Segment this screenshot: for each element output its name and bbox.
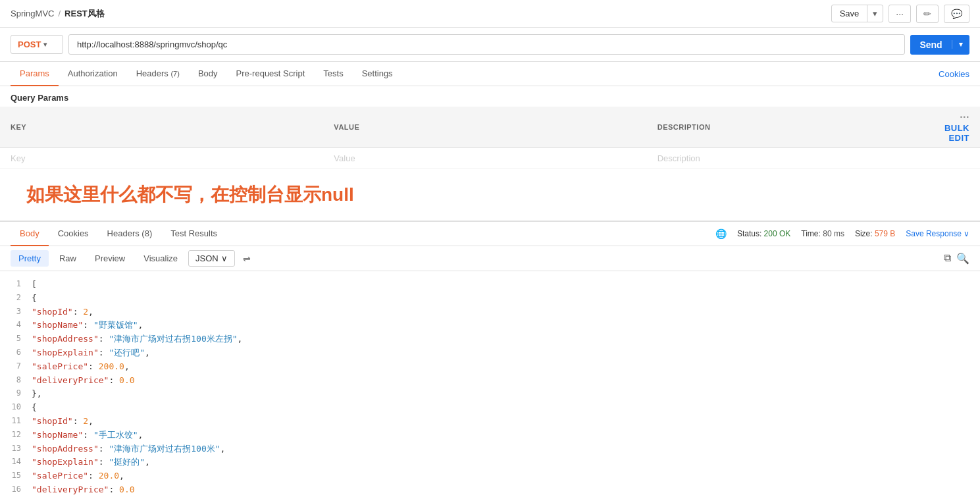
key-cell[interactable]: Key: [0, 148, 323, 169]
json-punctuation: ,: [238, 334, 243, 344]
line-number: 8: [11, 374, 32, 388]
params-table: KEY VALUE DESCRIPTION ··· Bulk Edit Key …: [0, 107, 980, 169]
save-button[interactable]: Save ▾: [831, 5, 884, 22]
value-cell[interactable]: Value: [323, 148, 646, 169]
time-value: 80 ms: [823, 229, 844, 238]
fmt-tab-raw[interactable]: Raw: [51, 250, 84, 267]
resp-tab-test-results[interactable]: Test Results: [161, 222, 226, 246]
line-content: "shopAddress": "津海市广场对过右拐100米",: [32, 442, 969, 456]
resp-tab-body[interactable]: Body: [11, 222, 49, 246]
json-punctuation: ,: [145, 457, 150, 467]
line-number: 12: [11, 429, 32, 442]
line-content: "shopName": "野菜饭馆",: [32, 319, 969, 332]
tab-headers[interactable]: Headers (7): [127, 62, 189, 86]
format-select[interactable]: JSON ∨: [188, 250, 235, 267]
line-number: 11: [11, 415, 32, 429]
fmt-tab-visualize[interactable]: Visualize: [136, 250, 186, 267]
status-label: Status: 200 OK: [737, 229, 790, 238]
json-punctuation: ,: [138, 430, 143, 440]
params-more-icon[interactable]: ···: [960, 111, 969, 122]
response-section: Body Cookies Headers (8) Test Results 🌐 …: [0, 221, 980, 499]
size-value: 579 B: [875, 229, 895, 238]
copy-icon[interactable]: ⧉: [944, 252, 951, 265]
json-key: "shopId": [32, 416, 73, 426]
more-options-button[interactable]: ···: [889, 5, 911, 23]
fmt-tab-pretty[interactable]: Pretty: [11, 250, 49, 267]
fmt-tab-preview[interactable]: Preview: [87, 250, 133, 267]
response-toolbar: Pretty Raw Preview Visualize JSON ∨ ⇌ ⧉ …: [0, 246, 980, 271]
tab-body[interactable]: Body: [189, 62, 227, 86]
time-label: Time: 80 ms: [801, 229, 844, 238]
send-arrow-icon: ▾: [952, 40, 969, 49]
annotation-text: 如果这里什么都不写，在控制台显示null: [0, 169, 980, 221]
code-line: 4 "shopName": "野菜饭馆",: [11, 319, 969, 332]
code-line: 13 "shopAddress": "津海市广场对过右拐100米",: [11, 442, 969, 456]
response-code-block: 1[2 {3 "shopId": 2,4 "shopName": "野菜饭馆",…: [0, 271, 980, 499]
line-content: "shopExplain": "还行吧",: [32, 346, 969, 360]
code-line: 3 "shopId": 2,: [11, 305, 969, 319]
line-number: 3: [11, 305, 32, 319]
json-number-value: 2: [83, 416, 88, 426]
json-key: "deliveryPrice": [32, 375, 109, 385]
json-string-value: "津海市广场对过右拐100米": [109, 444, 220, 454]
format-chevron-icon: ∨: [221, 253, 228, 263]
url-bar: POST ▾ Send ▾: [0, 28, 980, 62]
col-header-desc: DESCRIPTION: [647, 107, 927, 148]
url-input[interactable]: [68, 34, 905, 55]
tab-params[interactable]: Params: [11, 62, 59, 86]
json-punctuation: :: [99, 348, 109, 357]
line-number: 14: [11, 456, 32, 469]
breadcrumb-separator: /: [58, 9, 61, 18]
code-line: 15 "salePrice": 20.0,: [11, 469, 969, 483]
line-content: "shopId": 2,: [32, 305, 969, 319]
query-params-label: Query Params: [0, 86, 980, 107]
line-content: "salePrice": 20.0,: [32, 469, 969, 483]
code-line: 9 },: [11, 387, 969, 401]
line-content: },: [32, 387, 969, 401]
line-content: {: [32, 292, 969, 305]
json-number-value: 0.0: [119, 375, 134, 385]
json-punctuation: ,: [124, 361, 130, 371]
line-number: 5: [11, 332, 32, 346]
json-punctuation: ,: [145, 348, 150, 357]
table-row: Key Value Description: [0, 148, 980, 169]
line-number: 7: [11, 360, 32, 374]
json-punctuation: :: [99, 334, 109, 344]
save-response-button[interactable]: Save Response ∨: [906, 229, 969, 238]
json-punctuation: ,: [88, 307, 93, 317]
col-header-key: KEY: [0, 107, 323, 148]
desc-cell[interactable]: Description: [647, 148, 927, 169]
toolbar-right-actions: ⧉ 🔍: [944, 252, 969, 265]
filter-icon[interactable]: ⇌: [243, 253, 251, 264]
tab-tests[interactable]: Tests: [314, 62, 352, 86]
resp-tab-cookies[interactable]: Cookies: [49, 222, 98, 246]
format-label: JSON: [195, 253, 219, 263]
size-label: Size: 579 B: [855, 229, 895, 238]
save-label: Save: [832, 5, 868, 22]
line-content: [: [32, 278, 969, 292]
send-button[interactable]: Send ▾: [910, 35, 969, 55]
code-line: 2 {: [11, 292, 969, 305]
json-punctuation: :: [73, 416, 84, 426]
cookies-link[interactable]: Cookies: [939, 69, 969, 79]
tab-pre-request-script[interactable]: Pre-request Script: [227, 62, 315, 86]
bulk-edit-button[interactable]: Bulk Edit: [944, 123, 969, 143]
project-name: SpringMVC: [11, 9, 54, 18]
json-string-value: "挺好的": [109, 457, 145, 467]
request-tabs: Params Authorization Headers (7) Body Pr…: [0, 62, 980, 86]
json-punctuation: {: [32, 293, 37, 303]
json-punctuation: :: [109, 375, 119, 385]
request-name: REST风格: [64, 8, 105, 20]
method-select[interactable]: POST ▾: [11, 35, 63, 54]
search-icon[interactable]: 🔍: [956, 252, 969, 265]
json-string-value: "野菜饭馆": [93, 320, 138, 330]
edit-icon-button[interactable]: ✏: [916, 5, 939, 23]
tab-authorization[interactable]: Authorization: [59, 62, 127, 86]
tab-settings[interactable]: Settings: [353, 62, 402, 86]
json-punctuation: :: [73, 307, 84, 317]
comment-icon-button[interactable]: 💬: [944, 5, 969, 23]
resp-tab-headers[interactable]: Headers (8): [98, 222, 162, 246]
json-key: "shopName": [32, 320, 83, 330]
save-arrow-icon[interactable]: ▾: [867, 5, 883, 22]
send-label: Send: [910, 39, 952, 50]
